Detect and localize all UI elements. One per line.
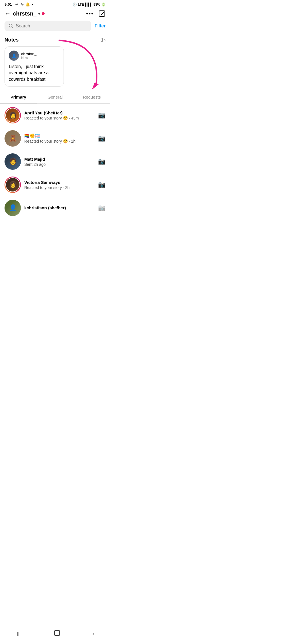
avatar-image: 👩 — [6, 108, 19, 122]
avatar-image: 🧸 — [5, 130, 21, 147]
message-item[interactable]: 🧑 Matt Majid Sent 2h ago 📷 — [0, 150, 110, 173]
avatar-inner: 👩 — [5, 177, 20, 192]
battery-label: 93% — [93, 3, 100, 6]
message-list: 👩 April Yau (She/Her) Reacted to your st… — [0, 104, 110, 219]
note-user: 👤 chrstsn_ Now — [9, 51, 60, 61]
tab-requests[interactable]: Requests — [73, 91, 110, 103]
battery-icon: 🔋 — [101, 3, 106, 6]
msg-name: Victoria Samways — [24, 180, 95, 185]
msg-name: kchristison (she/her) — [24, 205, 95, 210]
header-title: chrstsn_ ▾ — [13, 10, 45, 17]
note-avatar: 👤 — [9, 51, 19, 61]
chevron-down-icon[interactable]: ▾ — [38, 11, 40, 16]
edit-icon — [98, 10, 106, 17]
back-arrow-icon: ← — [5, 10, 11, 17]
status-left: 9:01 ○✓ ∿ 🔔 • — [5, 2, 33, 6]
msg-name: April Yau (She/Her) — [24, 110, 95, 115]
avatar-wrapper: 🧑 — [5, 153, 21, 170]
msg-info: Matt Majid Sent 2h ago — [24, 157, 95, 167]
camera-icon[interactable]: 📷 — [98, 135, 106, 142]
camera-icon[interactable]: 📷 — [98, 204, 106, 212]
avatar-inner: 👩 — [5, 108, 20, 123]
msg-info: 🏳️‍🌈✊🏳️‍⚧️ Reacted to your story 😆 · 1h — [24, 133, 95, 143]
status-right: 🕐 LTE ▌▌▌ 93% 🔋 — [73, 3, 106, 6]
status-time: 9:01 — [5, 2, 12, 6]
msg-preview: Reacted to your story 😆 · 1h — [24, 139, 95, 143]
camera-icon[interactable]: 📷 — [98, 158, 106, 165]
clock-icon: 🕐 — [73, 3, 77, 6]
note-user-info: chrstsn_ Now — [21, 52, 36, 60]
notes-header: Notes 1 › — [0, 36, 110, 46]
lte-icon: LTE — [78, 3, 84, 6]
msg-preview: Reacted to your story 😆 · 43m — [24, 116, 95, 120]
svg-line-2 — [12, 27, 13, 28]
search-container: Filter — [0, 21, 110, 36]
search-input-wrapper — [5, 21, 91, 31]
notes-count[interactable]: 1 › — [101, 38, 106, 43]
tabs: Primary General Requests — [0, 91, 110, 104]
more-options-button[interactable]: ••• — [86, 10, 94, 17]
note-avatar-img: 👤 — [9, 51, 19, 61]
search-icon — [8, 23, 14, 29]
camera-icon[interactable]: 📷 — [98, 112, 106, 119]
online-indicator — [42, 12, 45, 15]
avatar-image: 🧑 — [5, 153, 21, 170]
username-label: chrstsn_ — [13, 10, 36, 17]
avatar-wrapper: 🧸 — [5, 130, 21, 147]
note-username: chrstsn_ — [21, 52, 36, 56]
signal-icon: ▌▌▌ — [85, 3, 92, 6]
msg-preview: Reacted to your story · 2h — [24, 185, 95, 190]
dot-icon: • — [32, 2, 33, 6]
message-item[interactable]: 👩 April Yau (She/Her) Reacted to your st… — [0, 104, 110, 127]
message-item[interactable]: 🧸 🏳️‍🌈✊🏳️‍⚧️ Reacted to your story 😆 · 1… — [0, 127, 110, 150]
dnd-icon: 🔔 — [25, 2, 30, 6]
header-left: ← chrstsn_ ▾ — [5, 10, 45, 17]
avatar-image: 👩 — [6, 178, 19, 192]
notes-scroll: 👤 chrstsn_ Now Listen, I just think over… — [0, 46, 110, 91]
msg-name: 🏳️‍🌈✊🏳️‍⚧️ — [24, 133, 95, 138]
avatar-image: 👤 — [5, 200, 21, 216]
msg-preview: Sent 2h ago — [24, 162, 95, 167]
notes-title: Notes — [5, 37, 19, 43]
message-item[interactable]: 👤 kchristison (she/her) 📷 — [0, 196, 110, 219]
alarm-icon: ○✓ — [14, 2, 19, 6]
header-right: ••• — [86, 10, 106, 17]
notes-chevron-icon: › — [104, 38, 106, 43]
msg-info: April Yau (She/Her) Reacted to your stor… — [24, 110, 95, 120]
tab-primary[interactable]: Primary — [0, 91, 37, 103]
back-button[interactable]: ← — [5, 10, 11, 17]
avatar-ring: 👩 — [5, 177, 21, 193]
more-icon: ••• — [86, 10, 94, 17]
search-input[interactable] — [16, 23, 87, 29]
avatar-wrapper: 👩 — [5, 177, 21, 193]
avatar-wrapper: 👤 — [5, 200, 21, 216]
avatar-wrapper: 👩 — [5, 107, 21, 123]
msg-name: Matt Majid — [24, 157, 95, 162]
status-bar: 9:01 ○✓ ∿ 🔔 • 🕐 LTE ▌▌▌ 93% 🔋 — [0, 0, 110, 8]
avatar-ring: 👩 — [5, 107, 21, 123]
header: ← chrstsn_ ▾ ••• — [0, 8, 110, 21]
msg-info: Victoria Samways Reacted to your story ·… — [24, 180, 95, 190]
note-card[interactable]: 👤 chrstsn_ Now Listen, I just think over… — [5, 46, 64, 87]
note-time: Now — [21, 56, 36, 60]
tab-general[interactable]: General — [37, 91, 73, 103]
camera-icon[interactable]: 📷 — [98, 181, 106, 188]
compose-button[interactable] — [98, 10, 106, 17]
note-text: Listen, I just think overnight oats are … — [9, 64, 60, 82]
wifi-icon: ∿ — [21, 2, 24, 6]
msg-info: kchristison (she/her) — [24, 205, 95, 211]
filter-button[interactable]: Filter — [95, 23, 106, 29]
message-item[interactable]: 👩 Victoria Samways Reacted to your story… — [0, 173, 110, 196]
